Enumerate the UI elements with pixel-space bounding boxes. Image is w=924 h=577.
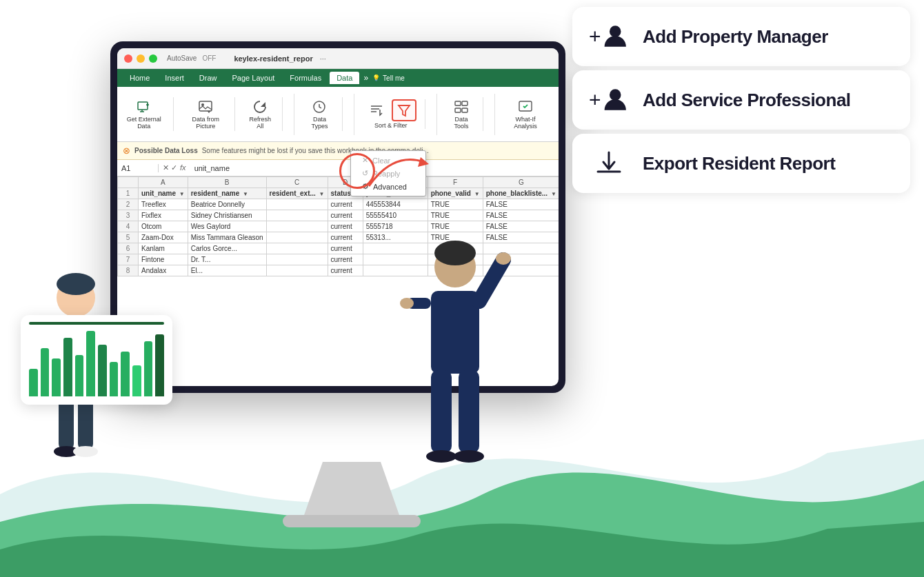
cell-f2: TRUE: [428, 199, 483, 210]
export-resident-report-button[interactable]: Export Resident Report: [572, 134, 910, 193]
excel-filename: keylex-resident_repor: [234, 54, 312, 63]
person-icon: [601, 21, 629, 52]
cell-e3: 55555410: [363, 210, 428, 221]
cell-f3: TRUE: [428, 210, 483, 221]
cell-d4: current: [328, 221, 363, 232]
svg-point-37: [400, 298, 414, 309]
tab-page-layout[interactable]: Page Layout: [225, 72, 282, 84]
formula-icons: ✕ ✓ fx: [159, 163, 190, 172]
cell-b4: Wes Gaylord: [188, 221, 266, 232]
tab-formulas[interactable]: Formulas: [283, 72, 328, 84]
chart-bar: [63, 338, 72, 396]
row-num-6: 6: [118, 243, 139, 254]
sort-filter-label: Sort & Filter: [374, 123, 408, 130]
reapply-icon: ↺: [362, 169, 368, 178]
cell-a7: Fintone: [139, 254, 188, 265]
chart-bar: [52, 358, 61, 396]
add-property-manager-button[interactable]: + Add Property Manager: [572, 7, 910, 66]
lightbulb-icon: 💡: [372, 74, 380, 81]
filter-reapply-item[interactable]: ↺ Reapply: [351, 167, 425, 180]
svg-point-42: [609, 26, 621, 37]
row-num-1: 1: [118, 188, 139, 199]
filter-button[interactable]: [392, 99, 416, 121]
plus-icon-2: +: [589, 88, 601, 112]
col-header-a[interactable]: A: [139, 177, 188, 188]
cell-d6: current: [328, 243, 363, 254]
filter-clear-item[interactable]: ✕ Clear: [351, 154, 425, 167]
tab-insert[interactable]: Insert: [158, 72, 191, 84]
cell-a3: Fixflex: [139, 210, 188, 221]
cell-b2: Beatrice Donnelly: [188, 199, 266, 210]
add-property-manager-label: Add Property Manager: [643, 26, 828, 48]
close-button-icon[interactable]: [124, 54, 132, 63]
tab-draw[interactable]: Draw: [192, 72, 224, 84]
ribbon-group-external: Get External Data: [123, 97, 174, 132]
cell-a8: Andalax: [139, 265, 188, 276]
data-tools-label: Data Tools: [451, 117, 472, 130]
data-tools-button[interactable]: Data Tools: [448, 97, 475, 132]
col-resident-name: resident_name ▼: [188, 188, 266, 199]
svg-rect-0: [138, 102, 148, 110]
cell-b3: Sidney Christiansen: [188, 210, 266, 221]
cell-c2: [266, 199, 328, 210]
cell-b5: Miss Tammara Gleason: [188, 232, 266, 243]
col-header-c[interactable]: C: [266, 177, 328, 188]
warning-title: Possible Data Loss: [134, 147, 198, 154]
svg-point-32: [434, 241, 476, 265]
add-service-professional-button[interactable]: + Add Service Professional: [572, 70, 910, 130]
ribbon-group-data-tools: Data Tools: [448, 97, 484, 132]
tab-data[interactable]: Data: [330, 72, 359, 84]
cell-c3: [266, 210, 328, 221]
cta-panel: + Add Property Manager + Add Service Pro…: [572, 7, 910, 197]
data-from-picture-button[interactable]: Data from Picture: [185, 97, 226, 132]
col-resident-ext: resident_ext... ▼: [266, 188, 328, 199]
what-if-button[interactable]: What-If Analysis: [506, 97, 545, 132]
data-types-button[interactable]: Data Types: [305, 97, 334, 132]
cell-c6: [266, 243, 328, 254]
col-phone-blacklisted: phone_blackliste... ▼: [483, 188, 559, 199]
col-header-f[interactable]: F: [428, 177, 483, 188]
refresh-all-button[interactable]: Refresh All: [246, 97, 274, 132]
row-num-3: 3: [118, 210, 139, 221]
add-service-professional-icon-group: +: [589, 80, 629, 120]
minimize-button-icon[interactable]: [137, 54, 145, 63]
col-header-b[interactable]: B: [188, 177, 266, 188]
add-service-professional-label: Add Service Professional: [643, 90, 851, 111]
svg-rect-10: [455, 108, 461, 112]
formula-bar: A1 ✕ ✓ fx unit_name: [117, 160, 559, 176]
chart-bar: [144, 341, 153, 396]
table-row: 2 Treeflex Beatrice Donnelly current 445…: [118, 199, 559, 210]
col-unit-name: unit_name ▼: [139, 188, 188, 199]
formula-content: unit_name: [190, 164, 234, 172]
chart-card: [21, 315, 172, 405]
svg-line-34: [479, 260, 503, 301]
svg-point-41: [454, 450, 484, 463]
tab-home[interactable]: Home: [123, 72, 157, 84]
filter-advanced-item[interactable]: ⚙ Advanced: [351, 180, 425, 193]
what-if-label: What-If Analysis: [509, 117, 542, 130]
cell-g3: FALSE: [483, 210, 559, 221]
cell-f4: TRUE: [428, 221, 483, 232]
maximize-button-icon[interactable]: [149, 54, 157, 63]
ribbon-group-sort-filter: Sort & Filter: [365, 99, 425, 130]
tell-me-label: Tell me: [383, 74, 405, 82]
ribbon-group-refresh: Refresh All: [246, 97, 283, 132]
ribbon-divider-1: [294, 94, 294, 135]
svg-point-40: [426, 450, 456, 463]
filter-clear-label: Clear: [372, 156, 390, 165]
download-icon: [594, 148, 624, 179]
svg-rect-8: [455, 101, 461, 105]
excel-ribbon: Get External Data Data from Picture: [117, 87, 559, 142]
person-icon-2: [601, 85, 629, 115]
sort-button[interactable]: [365, 101, 388, 120]
get-external-data-button[interactable]: Get External Data: [123, 97, 165, 132]
cell-d2: current: [328, 199, 363, 210]
chart-bar: [155, 334, 164, 396]
warning-bar: ⊗ Possible Data Loss Some features might…: [117, 142, 559, 160]
svg-rect-38: [431, 370, 452, 453]
table-row: 4 Otcom Wes Gaylord current 5555718 TRUE…: [118, 221, 559, 232]
svg-point-15: [57, 273, 95, 295]
col-header-g[interactable]: G: [483, 177, 559, 188]
cell-d5: current: [328, 232, 363, 243]
chart-bar: [132, 365, 141, 396]
